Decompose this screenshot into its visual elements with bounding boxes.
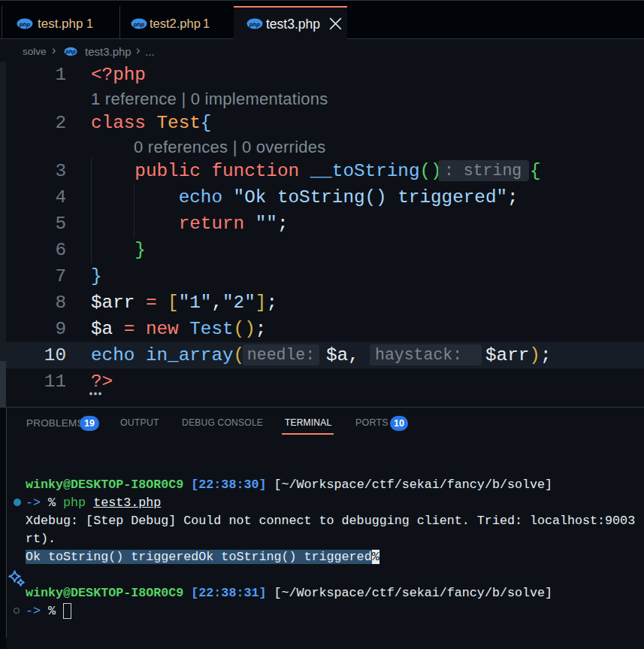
svg-text:php: php bbox=[19, 21, 31, 28]
svg-text:php: php bbox=[133, 21, 145, 28]
svg-text:php: php bbox=[65, 48, 76, 55]
svg-text:php: php bbox=[249, 21, 261, 28]
